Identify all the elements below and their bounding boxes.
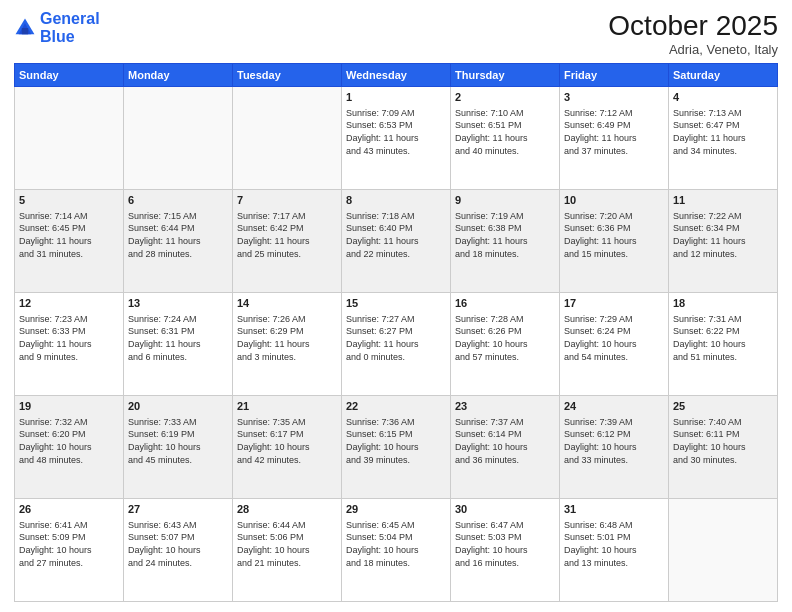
table-row: [669, 499, 778, 602]
day-info: Sunrise: 7:31 AM Sunset: 6:22 PM Dayligh…: [673, 313, 773, 363]
day-info: Sunrise: 7:10 AM Sunset: 6:51 PM Dayligh…: [455, 107, 555, 157]
day-number: 4: [673, 90, 773, 105]
day-info: Sunrise: 7:18 AM Sunset: 6:40 PM Dayligh…: [346, 210, 446, 260]
day-number: 5: [19, 193, 119, 208]
table-row: 23Sunrise: 7:37 AM Sunset: 6:14 PM Dayli…: [451, 396, 560, 499]
day-info: Sunrise: 6:43 AM Sunset: 5:07 PM Dayligh…: [128, 519, 228, 569]
day-info: Sunrise: 7:32 AM Sunset: 6:20 PM Dayligh…: [19, 416, 119, 466]
table-row: 5Sunrise: 7:14 AM Sunset: 6:45 PM Daylig…: [15, 190, 124, 293]
table-row: 11Sunrise: 7:22 AM Sunset: 6:34 PM Dayli…: [669, 190, 778, 293]
day-info: Sunrise: 7:28 AM Sunset: 6:26 PM Dayligh…: [455, 313, 555, 363]
table-row: [15, 87, 124, 190]
table-row: 13Sunrise: 7:24 AM Sunset: 6:31 PM Dayli…: [124, 293, 233, 396]
table-row: 19Sunrise: 7:32 AM Sunset: 6:20 PM Dayli…: [15, 396, 124, 499]
table-row: 8Sunrise: 7:18 AM Sunset: 6:40 PM Daylig…: [342, 190, 451, 293]
table-row: 21Sunrise: 7:35 AM Sunset: 6:17 PM Dayli…: [233, 396, 342, 499]
day-info: Sunrise: 6:47 AM Sunset: 5:03 PM Dayligh…: [455, 519, 555, 569]
table-row: 12Sunrise: 7:23 AM Sunset: 6:33 PM Dayli…: [15, 293, 124, 396]
header: General Blue October 2025 Adria, Veneto,…: [14, 10, 778, 57]
day-info: Sunrise: 7:35 AM Sunset: 6:17 PM Dayligh…: [237, 416, 337, 466]
table-row: 30Sunrise: 6:47 AM Sunset: 5:03 PM Dayli…: [451, 499, 560, 602]
day-number: 28: [237, 502, 337, 517]
day-number: 3: [564, 90, 664, 105]
day-number: 22: [346, 399, 446, 414]
table-row: 18Sunrise: 7:31 AM Sunset: 6:22 PM Dayli…: [669, 293, 778, 396]
day-info: Sunrise: 7:09 AM Sunset: 6:53 PM Dayligh…: [346, 107, 446, 157]
table-row: 2Sunrise: 7:10 AM Sunset: 6:51 PM Daylig…: [451, 87, 560, 190]
day-number: 1: [346, 90, 446, 105]
day-number: 24: [564, 399, 664, 414]
table-row: 7Sunrise: 7:17 AM Sunset: 6:42 PM Daylig…: [233, 190, 342, 293]
day-number: 26: [19, 502, 119, 517]
page: General Blue October 2025 Adria, Veneto,…: [0, 0, 792, 612]
day-number: 14: [237, 296, 337, 311]
day-number: 17: [564, 296, 664, 311]
day-info: Sunrise: 6:48 AM Sunset: 5:01 PM Dayligh…: [564, 519, 664, 569]
col-saturday: Saturday: [669, 64, 778, 87]
table-row: [233, 87, 342, 190]
day-info: Sunrise: 7:24 AM Sunset: 6:31 PM Dayligh…: [128, 313, 228, 363]
day-number: 13: [128, 296, 228, 311]
day-info: Sunrise: 7:17 AM Sunset: 6:42 PM Dayligh…: [237, 210, 337, 260]
table-row: 1Sunrise: 7:09 AM Sunset: 6:53 PM Daylig…: [342, 87, 451, 190]
table-row: 4Sunrise: 7:13 AM Sunset: 6:47 PM Daylig…: [669, 87, 778, 190]
col-monday: Monday: [124, 64, 233, 87]
table-row: 26Sunrise: 6:41 AM Sunset: 5:09 PM Dayli…: [15, 499, 124, 602]
table-row: 27Sunrise: 6:43 AM Sunset: 5:07 PM Dayli…: [124, 499, 233, 602]
table-row: 24Sunrise: 7:39 AM Sunset: 6:12 PM Dayli…: [560, 396, 669, 499]
day-number: 16: [455, 296, 555, 311]
day-info: Sunrise: 7:13 AM Sunset: 6:47 PM Dayligh…: [673, 107, 773, 157]
col-wednesday: Wednesday: [342, 64, 451, 87]
day-number: 6: [128, 193, 228, 208]
calendar-week-row: 26Sunrise: 6:41 AM Sunset: 5:09 PM Dayli…: [15, 499, 778, 602]
col-sunday: Sunday: [15, 64, 124, 87]
table-row: 16Sunrise: 7:28 AM Sunset: 6:26 PM Dayli…: [451, 293, 560, 396]
day-info: Sunrise: 7:33 AM Sunset: 6:19 PM Dayligh…: [128, 416, 228, 466]
day-number: 7: [237, 193, 337, 208]
logo-text: General Blue: [40, 10, 100, 45]
month-title: October 2025: [608, 10, 778, 42]
table-row: 25Sunrise: 7:40 AM Sunset: 6:11 PM Dayli…: [669, 396, 778, 499]
table-row: 14Sunrise: 7:26 AM Sunset: 6:29 PM Dayli…: [233, 293, 342, 396]
day-info: Sunrise: 6:41 AM Sunset: 5:09 PM Dayligh…: [19, 519, 119, 569]
day-number: 21: [237, 399, 337, 414]
table-row: 20Sunrise: 7:33 AM Sunset: 6:19 PM Dayli…: [124, 396, 233, 499]
day-info: Sunrise: 7:27 AM Sunset: 6:27 PM Dayligh…: [346, 313, 446, 363]
calendar-week-row: 19Sunrise: 7:32 AM Sunset: 6:20 PM Dayli…: [15, 396, 778, 499]
table-row: 17Sunrise: 7:29 AM Sunset: 6:24 PM Dayli…: [560, 293, 669, 396]
table-row: 31Sunrise: 6:48 AM Sunset: 5:01 PM Dayli…: [560, 499, 669, 602]
col-tuesday: Tuesday: [233, 64, 342, 87]
day-info: Sunrise: 7:37 AM Sunset: 6:14 PM Dayligh…: [455, 416, 555, 466]
logo: General Blue: [14, 10, 100, 45]
calendar-table: Sunday Monday Tuesday Wednesday Thursday…: [14, 63, 778, 602]
col-thursday: Thursday: [451, 64, 560, 87]
calendar-header-row: Sunday Monday Tuesday Wednesday Thursday…: [15, 64, 778, 87]
table-row: 28Sunrise: 6:44 AM Sunset: 5:06 PM Dayli…: [233, 499, 342, 602]
col-friday: Friday: [560, 64, 669, 87]
day-number: 18: [673, 296, 773, 311]
day-info: Sunrise: 7:12 AM Sunset: 6:49 PM Dayligh…: [564, 107, 664, 157]
logo-general: General: [40, 10, 100, 27]
day-info: Sunrise: 7:15 AM Sunset: 6:44 PM Dayligh…: [128, 210, 228, 260]
logo-blue: Blue: [40, 28, 75, 45]
location-subtitle: Adria, Veneto, Italy: [608, 42, 778, 57]
table-row: 6Sunrise: 7:15 AM Sunset: 6:44 PM Daylig…: [124, 190, 233, 293]
day-number: 9: [455, 193, 555, 208]
table-row: 29Sunrise: 6:45 AM Sunset: 5:04 PM Dayli…: [342, 499, 451, 602]
day-number: 15: [346, 296, 446, 311]
day-info: Sunrise: 7:14 AM Sunset: 6:45 PM Dayligh…: [19, 210, 119, 260]
calendar-week-row: 12Sunrise: 7:23 AM Sunset: 6:33 PM Dayli…: [15, 293, 778, 396]
day-info: Sunrise: 7:36 AM Sunset: 6:15 PM Dayligh…: [346, 416, 446, 466]
day-number: 19: [19, 399, 119, 414]
table-row: 22Sunrise: 7:36 AM Sunset: 6:15 PM Dayli…: [342, 396, 451, 499]
calendar-week-row: 1Sunrise: 7:09 AM Sunset: 6:53 PM Daylig…: [15, 87, 778, 190]
calendar-week-row: 5Sunrise: 7:14 AM Sunset: 6:45 PM Daylig…: [15, 190, 778, 293]
day-info: Sunrise: 7:29 AM Sunset: 6:24 PM Dayligh…: [564, 313, 664, 363]
day-number: 8: [346, 193, 446, 208]
table-row: 10Sunrise: 7:20 AM Sunset: 6:36 PM Dayli…: [560, 190, 669, 293]
day-info: Sunrise: 7:22 AM Sunset: 6:34 PM Dayligh…: [673, 210, 773, 260]
day-info: Sunrise: 7:19 AM Sunset: 6:38 PM Dayligh…: [455, 210, 555, 260]
table-row: [124, 87, 233, 190]
svg-rect-2: [22, 28, 28, 34]
table-row: 9Sunrise: 7:19 AM Sunset: 6:38 PM Daylig…: [451, 190, 560, 293]
